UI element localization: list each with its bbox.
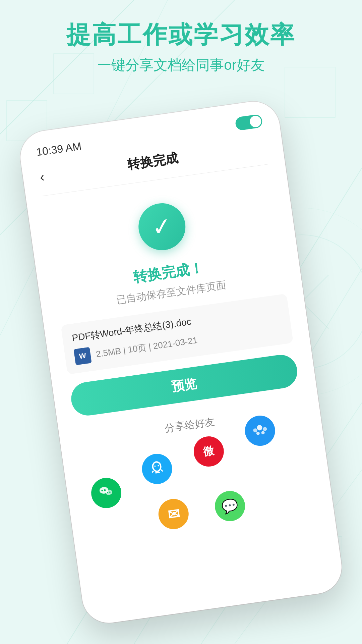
nav-title: 转换完成 [126, 150, 179, 174]
main-title: 提高工作或学习效率 [0, 20, 362, 49]
toggle-switch[interactable] [235, 114, 263, 131]
phone-content: ✓ 转换完成！ 已自动保存至文件库页面 PDF转Word-年终总结(3).doc… [26, 165, 336, 563]
wechat-icon [97, 482, 116, 504]
toggle-knob [249, 115, 262, 128]
phone-time: 10:39 AM [36, 140, 82, 158]
share-email-button[interactable]: ✉ [157, 497, 191, 531]
share-baidu-button[interactable] [243, 414, 277, 448]
message-icon: 💬 [221, 497, 239, 515]
svg-point-28 [262, 427, 267, 431]
svg-point-30 [261, 431, 264, 434]
word-icon: W [73, 347, 92, 365]
sub-title: 一键分享文档给同事or好友 [0, 56, 362, 74]
qq-icon [147, 458, 167, 480]
phone-mockup: 10:39 AM ‹ 转换完成 ✓ 转换完成！ 已自动保存至文件库页面 [17, 98, 345, 626]
back-button[interactable]: ‹ [39, 169, 45, 185]
email-icon: ✉ [167, 505, 180, 523]
success-sub: 已自动保存至文件库页面 [116, 278, 227, 307]
share-wechat-button[interactable] [89, 476, 123, 510]
phone-body: 10:39 AM ‹ 转换完成 ✓ 转换完成！ 已自动保存至文件库页面 [17, 98, 345, 626]
success-icon-circle: ✓ [135, 200, 188, 253]
share-qq-button[interactable] [140, 452, 174, 486]
status-right [235, 114, 263, 131]
check-icon: ✓ [150, 214, 173, 240]
share-weibo-button[interactable]: 微 [192, 434, 226, 469]
svg-point-27 [253, 428, 257, 433]
baidu-icon [249, 419, 270, 442]
weibo-icon: 微 [202, 443, 215, 460]
top-heading: 提高工作或学习效率 一键分享文档给同事or好友 [0, 20, 362, 74]
svg-rect-9 [285, 67, 335, 117]
share-message-button[interactable]: 💬 [213, 489, 247, 523]
svg-point-29 [256, 431, 260, 435]
share-title: 分享给好友 [164, 415, 216, 435]
svg-point-26 [256, 425, 262, 431]
